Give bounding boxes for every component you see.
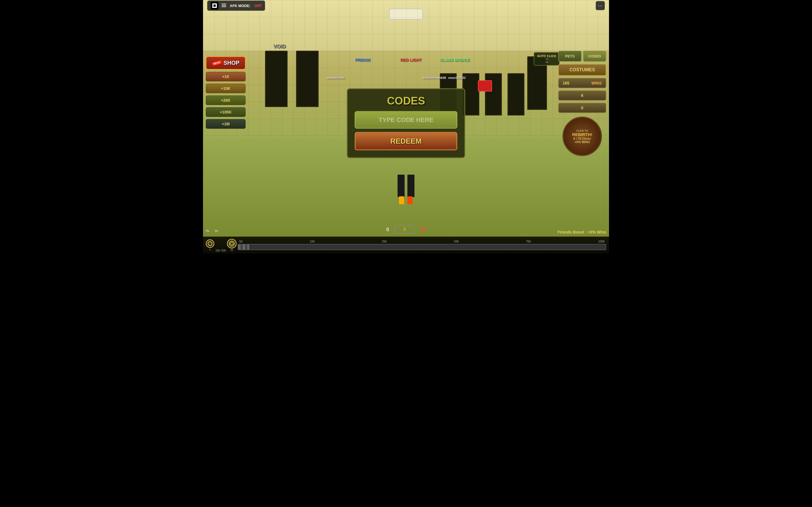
btn-105k[interactable]: +105K xyxy=(206,107,246,117)
svg-rect-1 xyxy=(213,4,216,7)
menu-hamburger[interactable] xyxy=(221,4,226,8)
milestone-label-2k: 2K xyxy=(231,249,234,251)
foot-left xyxy=(399,196,404,204)
pets-button[interactable]: PETS xyxy=(558,51,581,62)
stat3-value: 0 xyxy=(581,106,583,110)
glass-bridge-label: GLASS BRIDGE xyxy=(440,58,470,62)
rebirth-bonus: +0% WINS xyxy=(574,140,590,144)
svg-rect-4 xyxy=(221,6,226,7)
player-name-2: thunderman628 xyxy=(423,76,446,79)
auto-click-panel[interactable]: AUTO CLICK #1 #2 xyxy=(534,52,560,66)
milestone-500: 500 xyxy=(221,249,226,253)
friends-boost-label: Friends Boost : xyxy=(558,230,587,234)
timer-1: 0s xyxy=(206,229,209,232)
top-bar: AFK MODE: OFF ⋯ xyxy=(203,0,609,11)
codes-dialog: CODES REDEEM xyxy=(347,89,465,158)
progress-area: 5K 10K 25K 50K 75K 100K xyxy=(238,240,606,250)
milestone-label-0: 0 xyxy=(209,248,211,251)
milestone-100: 100 xyxy=(215,249,220,253)
shop-label: SHOP xyxy=(223,60,240,66)
door-6 xyxy=(507,73,524,115)
stat3-box: 0 xyxy=(558,103,606,113)
shop-button[interactable]: NEW! SHOP xyxy=(206,56,246,69)
label-25k: 25K xyxy=(382,240,387,243)
milestone-icon-2k xyxy=(227,239,237,248)
afk-value: OFF xyxy=(254,4,262,8)
left-counter: 0 xyxy=(386,227,389,233)
rebirth-label: REBIRTH! xyxy=(572,132,592,137)
btn-1m[interactable]: +1M xyxy=(206,119,246,129)
red-light-label: RED LIGHT xyxy=(400,58,421,62)
menu-dots-button[interactable]: ⋯ xyxy=(596,1,605,10)
label-75k: 75K xyxy=(526,240,531,243)
label-10k: 10K xyxy=(310,240,315,243)
door-5 xyxy=(485,73,502,115)
rebirth-progress: 6 / 70 Clicks xyxy=(573,137,591,140)
svg-rect-3 xyxy=(221,5,226,6)
wins-value: 165 xyxy=(563,81,569,86)
btn-1k[interactable]: +1K xyxy=(206,72,246,81)
stat2-value: 6 xyxy=(581,93,583,98)
stat2-box: 6 xyxy=(558,91,606,101)
btn-26k[interactable]: +26K xyxy=(206,96,246,105)
door-1 xyxy=(265,51,288,107)
redeem-button[interactable]: REDEEM xyxy=(355,132,457,151)
label-100k: 100K xyxy=(598,240,605,243)
svg-point-6 xyxy=(229,241,234,246)
btn-10k[interactable]: +10K xyxy=(206,83,246,93)
milestone-2k: 2K xyxy=(227,239,237,251)
player-character xyxy=(398,175,414,197)
roblox-logo[interactable] xyxy=(211,2,218,10)
milestone-icon-0 xyxy=(206,239,214,248)
counter-input[interactable] xyxy=(395,225,414,234)
red-indicator xyxy=(478,80,492,92)
new-badge: NEW! xyxy=(212,60,222,66)
svg-point-5 xyxy=(208,242,212,245)
afk-badge[interactable]: AFK MODE: OFF xyxy=(207,1,265,11)
player-name-3: enzo103022 xyxy=(448,76,466,79)
right-sidebar: PETS CODES COSTUMES 165 WINS 6 0 CLICK T… xyxy=(558,51,606,156)
auto-click-label: AUTO CLICK xyxy=(537,54,556,58)
afk-label: AFK MODE: xyxy=(230,4,251,8)
wins-label: WINS xyxy=(591,81,602,86)
void-label: VOID xyxy=(273,44,286,50)
auto-click-rank2: #2 xyxy=(537,61,556,63)
door-2 xyxy=(296,51,319,107)
bottom-labels: 5K 10K 25K 50K 75K 100K xyxy=(238,240,606,243)
player-name-1: aetawfetaefr xyxy=(327,76,345,79)
codes-button[interactable]: CODES xyxy=(583,51,606,62)
prison-label: PRISON xyxy=(355,58,370,62)
foot-right xyxy=(407,196,412,204)
label-5k: 5K xyxy=(239,240,243,243)
progress-bar-container xyxy=(238,244,606,250)
right-counter: 20 xyxy=(420,227,426,233)
auto-click-rank: #1 xyxy=(537,58,556,60)
label-50k: 50K xyxy=(454,240,459,243)
timer-display: 0s 0s xyxy=(206,229,218,232)
friends-boost: Friends Boost : +0% Wins xyxy=(558,230,606,234)
timer-2: 0s xyxy=(215,229,218,232)
svg-rect-2 xyxy=(221,4,226,4)
pets-codes-group: PETS CODES xyxy=(558,51,606,62)
code-input[interactable] xyxy=(355,111,457,129)
friends-boost-value: +0% Wins xyxy=(588,230,606,234)
center-bottom: 0 20 xyxy=(386,225,426,234)
costumes-button[interactable]: COSTUMES xyxy=(558,64,606,76)
svg-point-7 xyxy=(231,242,233,245)
rebirth-click-to: CLICK TO xyxy=(576,129,588,132)
rebirth-button[interactable]: CLICK TO REBIRTH! 6 / 70 Clicks +0% WINS xyxy=(562,117,602,156)
progress-bar-fill xyxy=(238,244,249,249)
codes-title: CODES xyxy=(355,95,457,107)
counter-row: 0 20 xyxy=(386,225,426,234)
left-sidebar: NEW! SHOP +1K +10K +26K +105K +1M xyxy=(206,56,246,129)
bottom-bar: 0 100 500 2K 5K 10K 25K 50K 75K 100K xyxy=(203,237,609,253)
milestone-0: 0 xyxy=(206,239,214,251)
wins-stat-box: 165 WINS xyxy=(558,78,606,88)
